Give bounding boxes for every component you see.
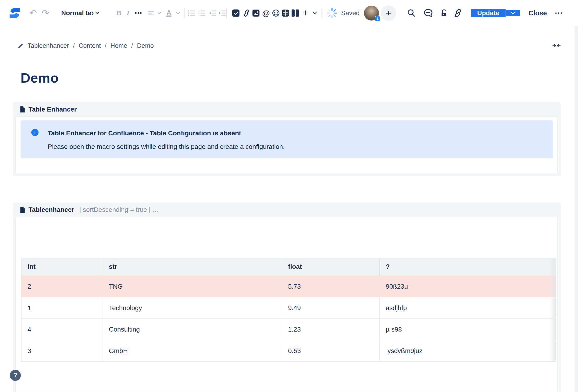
info-panel: i Table Enhancer for Confluence - Table … — [21, 120, 553, 158]
table-cell: 9.49 — [282, 297, 380, 319]
breadcrumb-item-space[interactable]: Tableenhancer — [28, 42, 69, 49]
table-row[interactable]: 2 TNG 5.73 90ß23u — [21, 276, 556, 297]
svg-text:1: 1 — [198, 10, 199, 12]
table-cell: ysdvßm9juz — [380, 340, 556, 362]
edit-pencil-icon — [17, 43, 24, 49]
page-scrollbar[interactable] — [575, 26, 578, 392]
insert-plus-icon[interactable]: + — [303, 7, 309, 19]
emoji-icon[interactable] — [272, 9, 280, 17]
confluence-logo-icon[interactable] — [7, 6, 22, 20]
status-badge: S — [375, 16, 380, 21]
table-cell: 3 — [21, 340, 103, 362]
macro-params: | sortDescending = true | … — [79, 206, 159, 213]
redo-icon[interactable]: ↷ — [42, 8, 49, 18]
text-style-dropdown[interactable]: Normal text — [61, 9, 100, 17]
update-button[interactable]: Update — [471, 9, 506, 17]
table-cell: 2 — [21, 276, 103, 297]
close-button[interactable]: Close — [529, 9, 547, 17]
table-cell: 90ß23u — [380, 276, 556, 297]
layouts-icon[interactable] — [291, 10, 299, 17]
indent-icon[interactable] — [219, 10, 226, 16]
table-cell: Technology — [103, 297, 282, 319]
table-cell: Consulting — [103, 319, 282, 340]
column-header-q[interactable]: ? — [380, 258, 556, 276]
breadcrumb-separator: / — [131, 42, 133, 49]
column-header-int[interactable]: int — [21, 258, 103, 276]
text-style-label: Normal text — [61, 9, 94, 17]
toolbar-separator — [184, 8, 185, 18]
table-header-row: int str float ? — [21, 258, 556, 276]
macro-body: i Table Enhancer for Confluence - Table … — [16, 117, 558, 173]
breadcrumb-item-home[interactable]: Home — [110, 42, 127, 49]
info-panel-body: Please open the macro settings while edi… — [48, 143, 285, 151]
document-icon — [20, 106, 25, 113]
table-cell: 0.53 — [282, 340, 380, 362]
bold-icon[interactable]: B — [116, 9, 121, 17]
more-formatting-icon[interactable]: ⋯ — [135, 9, 142, 17]
table-cell: µ s98 — [380, 319, 556, 340]
svg-text:2: 2 — [198, 12, 199, 14]
help-button[interactable]: ? — [10, 370, 21, 381]
undo-icon[interactable]: ↶ — [29, 8, 37, 18]
chevron-down-icon — [157, 11, 162, 15]
enhanced-table: int str float ? 2 TNG 5.73 90ß23u 1 Tech… — [21, 258, 556, 362]
italic-icon[interactable]: I — [127, 9, 129, 17]
unlock-icon[interactable] — [439, 9, 448, 17]
insert-link-icon[interactable] — [242, 9, 250, 17]
table-cell: asdjhfp — [380, 297, 556, 319]
table-cell: 1.23 — [282, 319, 380, 340]
chevron-down-icon[interactable] — [312, 10, 317, 16]
text-color-icon[interactable]: A — [166, 10, 171, 17]
insert-table-icon[interactable] — [282, 10, 289, 17]
document-icon — [20, 206, 25, 213]
search-icon[interactable] — [407, 9, 416, 17]
info-panel-title: Table Enhancer for Confluence - Table Co… — [48, 129, 241, 137]
toolbar-separator — [226, 8, 227, 18]
insert-image-icon[interactable] — [252, 10, 260, 17]
save-status-text: Saved — [341, 9, 360, 17]
table-row[interactable]: 1 Technology 9.49 asdjhfp — [21, 297, 556, 319]
collapse-width-icon[interactable] — [552, 42, 561, 50]
table-cell: 4 — [21, 319, 103, 340]
invite-plus-button[interactable]: + — [381, 5, 396, 21]
macro-table-enhancer[interactable]: Table Enhancer i Table Enhancer for Conf… — [13, 102, 561, 176]
toolbar-separator — [322, 8, 322, 18]
breadcrumb-item-content[interactable]: Content — [79, 42, 101, 49]
macro-body: int str float ? 2 TNG 5.73 90ß23u 1 Tech… — [16, 217, 558, 392]
column-header-str[interactable]: str — [103, 258, 282, 276]
bullet-list-icon[interactable] — [188, 10, 195, 16]
table-cell: 1 — [21, 297, 103, 319]
table-cell: GmbH — [103, 340, 282, 362]
table-cell: TNG — [103, 276, 282, 297]
macro-tableenhancer[interactable]: Tableenhancer | sortDescending = true | … — [13, 202, 561, 392]
breadcrumb-separator: / — [105, 42, 106, 49]
page-title[interactable]: Demo — [21, 70, 59, 86]
mention-icon[interactable]: @ — [262, 9, 270, 18]
update-options-chevron[interactable] — [506, 10, 520, 16]
comment-icon[interactable] — [423, 8, 433, 18]
editor-toolbar: ↶ ↷ Normal text B I ⋯ A — [0, 0, 578, 26]
breadcrumb-separator: / — [73, 42, 75, 49]
table-row[interactable]: 3 GmbH 0.53 ysdvßm9juz — [21, 340, 556, 362]
overflow-menu-icon[interactable]: ••• — [555, 10, 563, 16]
svg-text:3: 3 — [198, 14, 199, 16]
task-list-icon[interactable] — [232, 10, 240, 17]
table-row[interactable]: 4 Consulting 1.23 µ s98 — [21, 319, 556, 340]
breadcrumb-item-demo[interactable]: Demo — [137, 42, 154, 49]
outdent-icon[interactable] — [209, 10, 216, 16]
copy-link-icon[interactable] — [453, 8, 463, 18]
column-header-float[interactable]: float — [282, 258, 380, 276]
chevron-down-icon — [95, 10, 100, 16]
numbered-list-icon[interactable]: 123 — [198, 10, 206, 16]
macro-name: Tableenhancer — [29, 206, 74, 213]
confluence-editor: ↶ ↷ Normal text B I ⋯ A — [0, 0, 578, 392]
avatar[interactable]: S — [364, 6, 379, 21]
breadcrumb: Tableenhancer / Content / Home / Demo — [17, 39, 154, 52]
chevron-down-icon — [176, 11, 180, 15]
update-split-button: Update — [471, 6, 520, 20]
table-cell: 5.73 — [282, 276, 380, 297]
saving-spinner-icon — [326, 7, 338, 19]
info-icon: i — [31, 129, 39, 136]
text-align-icon[interactable] — [148, 10, 156, 16]
macro-name: Table Enhancer — [29, 106, 77, 113]
